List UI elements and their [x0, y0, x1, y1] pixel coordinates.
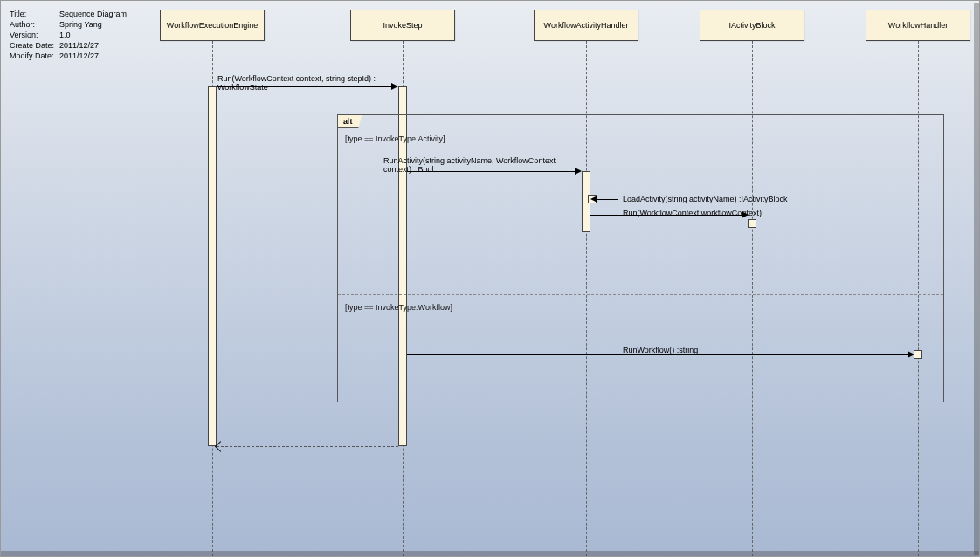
meta-create-label: Create Date	[10, 41, 59, 52]
guard-condition-2: [type == InvokeType.Workflow]	[345, 303, 452, 312]
lifeline-label: WorkflowHandler	[888, 21, 948, 30]
activation-bar	[208, 86, 217, 446]
arrow-head-icon	[590, 196, 597, 203]
message-label-runworkflow: RunWorkflow() :string	[623, 346, 698, 354]
meta-version-label: Version	[10, 31, 59, 41]
arrow-head-icon	[391, 83, 398, 90]
lifeline-head-workflowactivityhandler: WorkflowActivityHandler	[534, 10, 638, 41]
return-arrow-head-icon	[215, 441, 226, 452]
lifeline-head-workflowhandler: WorkflowHandler	[866, 10, 970, 41]
arrow-line	[217, 86, 396, 87]
return-arrow-line	[217, 446, 398, 447]
arrow-line	[407, 354, 912, 355]
lifeline-head-iactivityblock: IActivityBlock	[700, 10, 804, 41]
meta-author-label: Author	[10, 20, 59, 31]
arrow-head-icon	[575, 168, 582, 175]
message-label-loadactivity: LoadActivity(string activityName) :IActi…	[623, 195, 788, 203]
alt-divider	[338, 294, 943, 295]
meta-title-value: Sequence Diagram	[59, 10, 132, 20]
meta-title-label: Title	[10, 10, 59, 20]
meta-modify-label: Modify Date	[10, 52, 59, 62]
execution-occurrence	[748, 219, 756, 228]
page-shadow-bottom	[1, 551, 979, 556]
arrow-line	[597, 199, 618, 200]
lifeline-label: InvokeStep	[383, 21, 422, 30]
meta-create-value: 2011/12/27	[59, 41, 132, 52]
lifeline-head-workflowexecutionengine: WorkflowExecutionEngine	[160, 10, 265, 41]
meta-author-value: Spring Yang	[59, 20, 132, 31]
message-label-run-context: Run(WorkflowContext workflowContext)	[623, 209, 762, 217]
page-shadow-right	[974, 3, 979, 555]
sequence-diagram-canvas: Title Sequence Diagram Author Spring Yan…	[0, 0, 980, 557]
meta-version-value: 1.0	[59, 31, 132, 41]
execution-occurrence	[914, 350, 922, 359]
arrow-line	[407, 171, 579, 172]
lifeline-label: WorkflowExecutionEngine	[167, 21, 258, 30]
message-label-run: Run(WorkflowContext context, string step…	[217, 74, 392, 92]
meta-modify-value: 2011/12/27	[59, 52, 132, 62]
lifeline-label: IActivityBlock	[728, 21, 775, 30]
alt-operator-label: alt	[337, 114, 362, 128]
diagram-metadata: Title Sequence Diagram Author Spring Yan…	[10, 10, 132, 62]
guard-condition-1: [type == InvokeType.Activity]	[345, 134, 445, 143]
lifeline-head-invokestep: InvokeStep	[350, 10, 455, 41]
lifeline-label: WorkflowActivityHandler	[544, 21, 629, 30]
